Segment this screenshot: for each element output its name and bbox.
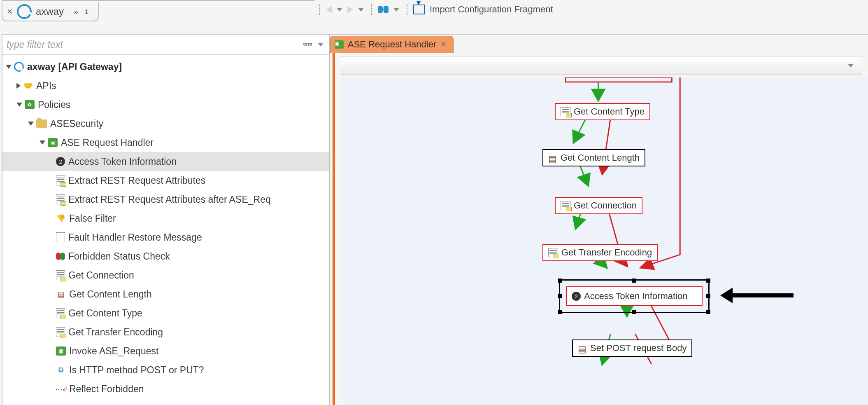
axway-logo-icon xyxy=(14,62,24,71)
top-toolbar: Import Configuration Fragment xyxy=(317,2,553,17)
app-tab-axway[interactable]: ✕ axway » 1 xyxy=(2,2,99,21)
flow-node-get-connection[interactable]: Get Connection xyxy=(555,197,642,214)
badge-icon: 2 xyxy=(572,292,581,301)
page-icon xyxy=(56,232,65,242)
policy-icon: ▣ xyxy=(48,138,58,147)
toolbar-separator xyxy=(319,4,321,15)
tree-label: Reflect Forbidden xyxy=(69,384,144,395)
filter-menu-caret-icon[interactable] xyxy=(318,43,323,47)
tree-label: Fault Handler Restore Message xyxy=(68,232,202,243)
flow-node-access-token-information[interactable]: 2 Access Token Information xyxy=(566,286,703,306)
tree-node-apis[interactable]: 🤝 APIs xyxy=(2,76,329,95)
tree-item[interactable]: Forbidden Status Check xyxy=(2,247,329,266)
policies-icon: ✿ xyxy=(25,100,35,109)
policy-icon: ▣ xyxy=(335,40,344,49)
navigator-panel: 👓 axway [API Gateway] 🤝 APIs ✿ Policies … xyxy=(2,34,330,405)
tree-item[interactable]: Extract REST Request Attributes xyxy=(2,171,329,190)
document-icon xyxy=(548,248,558,257)
svg-rect-0 xyxy=(565,77,672,82)
axway-logo-icon xyxy=(15,2,34,21)
flow-node-set-post-body[interactable]: ▤ Set POST request Body xyxy=(572,339,692,357)
app-tab-index: 1 xyxy=(85,8,88,15)
tree-item[interactable]: Get Connection xyxy=(2,266,329,285)
tree-item[interactable]: Get Content Type xyxy=(2,304,329,323)
flow-node-selection[interactable]: 2 Access Token Information xyxy=(559,279,710,313)
brick-icon: ▤ xyxy=(548,154,557,162)
tree-node-policies[interactable]: ✿ Policies xyxy=(2,95,329,114)
document-icon xyxy=(56,176,65,185)
tree-label: False Filter xyxy=(69,213,116,224)
flow-node-get-content-length[interactable]: ▤ Get Content Length xyxy=(542,149,645,166)
tree-label: Get Transfer Encoding xyxy=(68,327,163,338)
toolbar-separator xyxy=(371,4,373,15)
document-icon xyxy=(56,194,65,204)
tree-label: Get Content Length xyxy=(69,289,152,300)
policy-icon: ▣ xyxy=(56,346,66,356)
binoculars-icon[interactable]: 👓 xyxy=(303,40,313,49)
tree-label: Extract REST Request Attributes xyxy=(68,175,205,186)
expand-caret-icon[interactable] xyxy=(28,122,34,126)
tree-item-access-token[interactable]: 2 Access Token Information xyxy=(2,152,329,171)
compare-configs-caret-icon[interactable] xyxy=(393,8,399,12)
editor-panel: ▣ ASE Request Handler ✕ xyxy=(330,34,868,405)
brick-icon: ▤ xyxy=(56,290,66,299)
filter-row: 👓 xyxy=(2,35,329,55)
nav-forward-history-caret-icon[interactable] xyxy=(358,8,364,12)
toolbar-separator xyxy=(407,4,408,15)
document-icon xyxy=(561,201,570,210)
tree-item[interactable]: ⚙ Is HTTP method POST or PUT? xyxy=(2,361,329,379)
nav-forward-icon[interactable] xyxy=(347,6,353,13)
reflect-icon: ⋯↲ xyxy=(56,384,66,393)
tree-label: ASESecurity xyxy=(50,118,103,129)
tree-label: axway [API Gateway] xyxy=(27,61,122,73)
tree-item[interactable]: Get Transfer Encoding xyxy=(2,323,329,342)
tree-label: Get Connection xyxy=(68,270,134,281)
nav-back-history-caret-icon[interactable] xyxy=(337,8,342,12)
document-icon xyxy=(56,327,65,337)
callout-arrow-icon xyxy=(732,293,794,297)
flow-node-get-transfer-encoding[interactable]: Get Transfer Encoding xyxy=(542,244,658,261)
tree-node-root[interactable]: axway [API Gateway] xyxy=(2,57,329,76)
import-config-label[interactable]: Import Configuration Fragment xyxy=(430,4,553,15)
flow-node-label: Set POST request Body xyxy=(590,343,686,353)
tree-label: ASE Request Handler xyxy=(61,137,154,148)
tree-item[interactable]: Extract REST Request Attributes after AS… xyxy=(2,190,329,209)
navigator-tree[interactable]: axway [API Gateway] 🤝 APIs ✿ Policies AS… xyxy=(2,55,329,401)
handshake-icon: 🤝 xyxy=(23,81,33,90)
folder-icon xyxy=(36,119,47,128)
breadcrumb-dropdown[interactable] xyxy=(341,56,862,75)
nav-back-icon[interactable] xyxy=(326,6,332,13)
flow-node-label: Get Transfer Encoding xyxy=(561,247,652,258)
flow-node-get-content-type[interactable]: Get Content Type xyxy=(555,103,650,120)
tree-node-asesecurity[interactable]: ASESecurity xyxy=(2,114,329,133)
editor-tabs: ▣ ASE Request Handler ✕ xyxy=(330,35,868,53)
app-tab-strip: ✕ axway » 1 xyxy=(2,0,314,24)
tree-node-handler[interactable]: ▣ ASE Request Handler xyxy=(2,133,329,152)
tree-item[interactable]: ⋯↲ Reflect Forbidden xyxy=(2,379,329,398)
import-config-icon[interactable] xyxy=(413,5,425,14)
close-icon[interactable]: ✕ xyxy=(7,7,13,16)
thumbs-down-icon: 👎 xyxy=(56,214,66,223)
badge-icon: 2 xyxy=(56,157,65,166)
gear-icon: ⚙ xyxy=(56,365,66,375)
flow-node-label: Get Content Type xyxy=(574,106,645,117)
expand-caret-icon[interactable] xyxy=(6,65,12,69)
status-check-icon xyxy=(56,252,65,261)
flow-node-label: Get Content Length xyxy=(561,152,640,163)
expand-caret-icon[interactable] xyxy=(16,83,21,89)
policy-canvas[interactable]: Get Content Type ▤ Get Content Length Ge… xyxy=(341,77,868,405)
tree-item[interactable]: ▣ Invoke ASE_Request xyxy=(2,342,329,361)
expand-caret-icon[interactable] xyxy=(16,103,22,107)
svg-line-2 xyxy=(574,118,586,143)
editor-tab-label: ASE Request Handler xyxy=(348,39,436,50)
close-icon[interactable]: ✕ xyxy=(440,40,447,49)
tree-item[interactable]: ▤ Get Content Length xyxy=(2,285,329,304)
editor-tab-ase-request-handler[interactable]: ▣ ASE Request Handler ✕ xyxy=(330,36,454,53)
tree-label: Invoke ASE_Request xyxy=(69,346,158,357)
tree-item[interactable]: Fault Handler Restore Message xyxy=(2,228,329,247)
filter-input[interactable] xyxy=(6,39,300,51)
tree-item[interactable]: 👎 False Filter xyxy=(2,209,329,228)
flow-node-label: Access Token Information xyxy=(584,291,688,302)
expand-caret-icon[interactable] xyxy=(40,140,45,145)
compare-configs-icon[interactable] xyxy=(378,5,389,14)
